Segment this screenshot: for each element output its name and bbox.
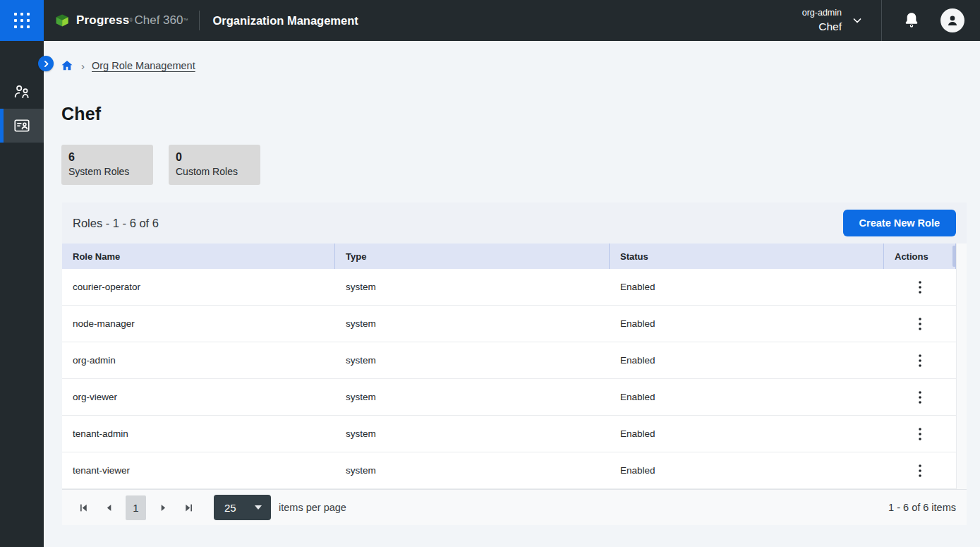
person-icon bbox=[945, 13, 960, 28]
role-name-cell: tenant-admin bbox=[62, 428, 335, 439]
role-name-cell: org-viewer bbox=[62, 392, 335, 402]
top-bar: Progress® Chef 360™ Organization Managem… bbox=[0, 0, 980, 41]
user-role-label: org-admin bbox=[802, 8, 842, 18]
kebab-icon bbox=[919, 281, 921, 294]
page-title: Chef bbox=[61, 104, 980, 124]
kebab-icon bbox=[919, 464, 921, 477]
create-new-role-button[interactable]: Create New Role bbox=[843, 210, 956, 236]
table-toolbar: Roles - 1 - 6 of 6 Create New Role bbox=[62, 203, 967, 244]
status-cell: Enabled bbox=[610, 282, 884, 292]
app-launcher-icon bbox=[14, 13, 30, 28]
stat-label: Custom Roles bbox=[176, 165, 253, 179]
column-header-status[interactable]: Status bbox=[610, 244, 884, 269]
row-actions-menu-button[interactable] bbox=[912, 387, 928, 407]
table-row-tenant-viewer: tenant-viewer system Enabled bbox=[62, 452, 956, 489]
table-header-row: Role Name Type Status Actions bbox=[62, 244, 956, 269]
status-cell: Enabled bbox=[610, 318, 884, 329]
table-row-org-admin: org-admin system Enabled bbox=[62, 342, 956, 379]
page-size-value: 25 bbox=[224, 502, 236, 514]
type-cell: system bbox=[335, 465, 610, 476]
previous-page-icon bbox=[104, 503, 114, 513]
brand-tm-mark: ™ bbox=[183, 17, 188, 24]
brand-product-text: Chef 360 bbox=[134, 13, 183, 28]
type-cell: system bbox=[335, 428, 610, 439]
type-cell: system bbox=[335, 355, 610, 366]
account-menu-button[interactable] bbox=[940, 8, 964, 32]
status-cell: Enabled bbox=[610, 392, 884, 402]
page-size-select[interactable]: 25 bbox=[214, 495, 271, 520]
sidebar bbox=[0, 41, 44, 547]
stat-value: 0 bbox=[176, 150, 253, 164]
stats-cards: 6 System Roles 0 Custom Roles bbox=[61, 145, 980, 185]
column-header-role-name[interactable]: Role Name bbox=[62, 244, 335, 269]
table-row-node-manager: node-manager system Enabled bbox=[62, 306, 956, 342]
role-name-cell: courier-operator bbox=[62, 282, 335, 292]
last-page-button[interactable] bbox=[178, 496, 199, 519]
kebab-icon bbox=[919, 428, 921, 440]
type-cell: system bbox=[335, 318, 610, 329]
role-name-cell: tenant-viewer bbox=[62, 465, 335, 476]
id-card-icon bbox=[13, 116, 31, 135]
pagination-range-label: 1 - 6 of 6 items bbox=[888, 502, 956, 513]
app-title: Organization Management bbox=[212, 14, 358, 28]
role-name-cell: node-manager bbox=[62, 318, 335, 329]
previous-page-button[interactable] bbox=[98, 496, 119, 519]
pagination-bar: 1 25 items per page 1 - 6 of 6 items bbox=[62, 489, 967, 525]
kebab-icon bbox=[919, 391, 921, 404]
stat-card-system-roles: 6 System Roles bbox=[61, 145, 153, 185]
user-org-label: Chef bbox=[802, 20, 842, 33]
roles-table-card: Roles - 1 - 6 of 6 Create New Role Role … bbox=[62, 203, 967, 525]
last-page-icon bbox=[183, 503, 194, 513]
sidebar-expand-toggle[interactable] bbox=[38, 56, 54, 71]
table-title: Roles - 1 - 6 of 6 bbox=[73, 217, 159, 230]
stat-value: 6 bbox=[68, 150, 146, 164]
table-row-tenant-admin: tenant-admin system Enabled bbox=[62, 416, 956, 452]
breadcrumb-link-org-role-management[interactable]: Org Role Management bbox=[92, 60, 195, 71]
users-icon bbox=[13, 83, 31, 101]
kebab-icon bbox=[919, 318, 921, 330]
sidebar-item-users[interactable] bbox=[0, 75, 44, 109]
notifications-button[interactable] bbox=[903, 11, 920, 30]
brand-logo: Progress® Chef 360™ bbox=[54, 13, 188, 28]
row-actions-menu-button[interactable] bbox=[912, 314, 928, 334]
status-cell: Enabled bbox=[610, 428, 884, 439]
role-name-cell: org-admin bbox=[62, 355, 335, 366]
brand-progress-text: Progress bbox=[76, 13, 129, 28]
table-row-org-viewer: org-viewer system Enabled bbox=[62, 379, 956, 416]
row-actions-menu-button[interactable] bbox=[912, 277, 928, 297]
stat-label: System Roles bbox=[68, 165, 146, 179]
status-cell: Enabled bbox=[610, 465, 884, 476]
stat-card-custom-roles: 0 Custom Roles bbox=[169, 145, 260, 185]
first-page-icon bbox=[78, 503, 89, 513]
breadcrumb: › Org Role Management bbox=[61, 56, 980, 75]
progress-logo-icon bbox=[54, 13, 71, 28]
topbar-section-divider bbox=[881, 0, 882, 41]
brand-reg-mark: ® bbox=[129, 17, 133, 24]
page-number-1[interactable]: 1 bbox=[126, 495, 146, 520]
row-actions-menu-button[interactable] bbox=[912, 424, 928, 444]
next-page-icon bbox=[158, 503, 169, 513]
sidebar-item-role-management[interactable] bbox=[0, 109, 44, 143]
dropdown-caret-icon bbox=[255, 505, 262, 510]
type-cell: system bbox=[335, 392, 610, 402]
items-per-page-label: items per page bbox=[279, 502, 346, 513]
topbar-brand-divider bbox=[199, 11, 200, 30]
type-cell: system bbox=[335, 282, 610, 292]
table-row-courier-operator: courier-operator system Enabled bbox=[62, 269, 956, 306]
status-cell: Enabled bbox=[610, 355, 884, 366]
breadcrumb-separator: › bbox=[81, 60, 85, 72]
next-page-button[interactable] bbox=[152, 496, 174, 519]
chevron-down-icon bbox=[852, 15, 863, 26]
column-header-type[interactable]: Type bbox=[335, 244, 610, 269]
home-icon[interactable] bbox=[61, 59, 73, 72]
row-actions-menu-button[interactable] bbox=[912, 351, 928, 371]
main-content: › Org Role Management Chef 6 System Role… bbox=[44, 41, 980, 547]
chevron-right-icon bbox=[42, 59, 51, 68]
bell-icon bbox=[903, 11, 920, 30]
column-header-actions[interactable]: Actions bbox=[884, 244, 956, 269]
app-launcher-button[interactable] bbox=[0, 0, 44, 41]
row-actions-menu-button[interactable] bbox=[912, 461, 928, 481]
first-page-button[interactable] bbox=[73, 496, 94, 519]
table-scrollbar-track[interactable] bbox=[956, 244, 967, 489]
org-switcher[interactable]: org-admin Chef bbox=[802, 8, 863, 33]
